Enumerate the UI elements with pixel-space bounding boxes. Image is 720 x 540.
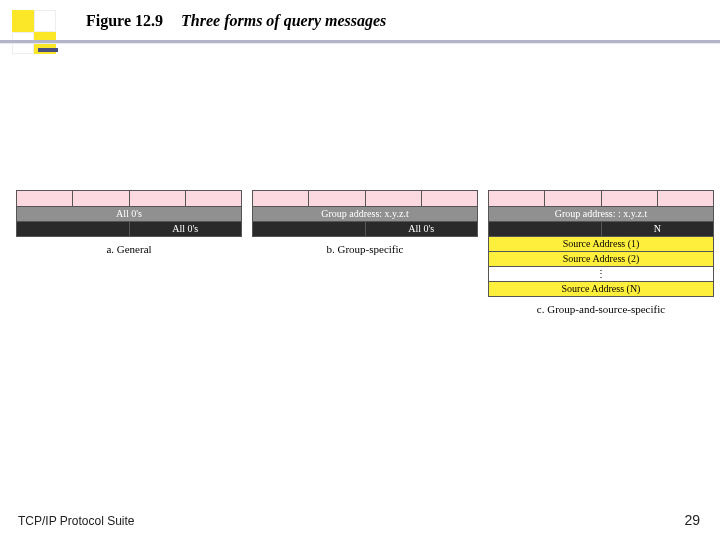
general-n-field: All 0's [130,222,242,236]
gss-source-2: Source Address (2) [489,252,713,266]
gss-ellipsis: ⋮ [489,267,713,281]
caption-group-source-specific: c. Group-and-source-specific [537,303,665,315]
packet-general: All 0's All 0's [16,190,242,237]
figure-number: Figure 12.9 [86,12,163,29]
footer-source: TCP/IP Protocol Suite [18,514,135,528]
packet-group-specific: Group address: x.y.z.t All 0's [252,190,478,237]
diagram-group-specific: Group address: x.y.z.t All 0's b. Group-… [252,190,478,255]
group-specific-group-field: Group address: x.y.z.t [253,207,477,221]
diagram-general: All 0's All 0's a. General [16,190,242,255]
gss-n-field: N [602,222,714,236]
gss-group-field: Group address: : x.y.z.t [489,207,713,221]
diagram-group-source-specific: Group address: : x.y.z.t N Source Addres… [488,190,714,315]
packet-group-source-specific: Group address: : x.y.z.t N Source Addres… [488,190,714,297]
caption-group-specific: b. Group-specific [327,243,404,255]
group-specific-n-field: All 0's [366,222,478,236]
caption-general: a. General [106,243,151,255]
title-underline [0,40,720,43]
figure-title: Figure 12.9 Three forms of query message… [86,12,386,30]
gss-source-1: Source Address (1) [489,237,713,251]
diagram-row: All 0's All 0's a. General Group address… [16,190,714,315]
general-group-field: All 0's [17,207,241,221]
figure-caption: Three forms of query messages [181,12,386,29]
title-underline-accent [38,48,58,52]
page-number: 29 [684,512,700,528]
gss-source-n: Source Address (N) [489,282,713,296]
